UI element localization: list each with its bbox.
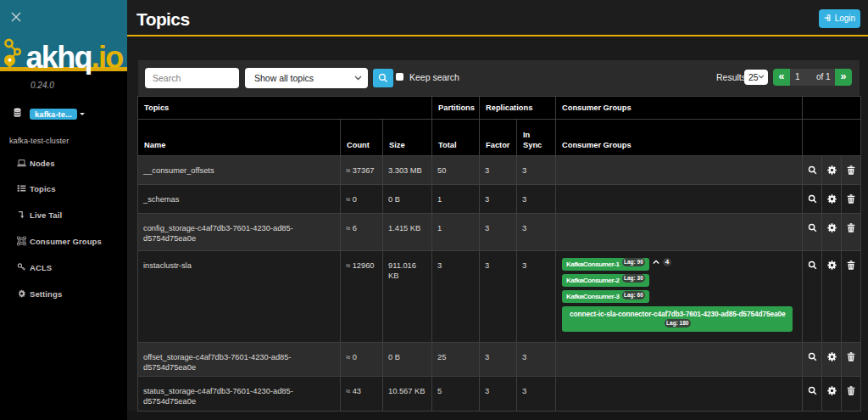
- svg-text:akhq.io: akhq.io: [26, 40, 124, 75]
